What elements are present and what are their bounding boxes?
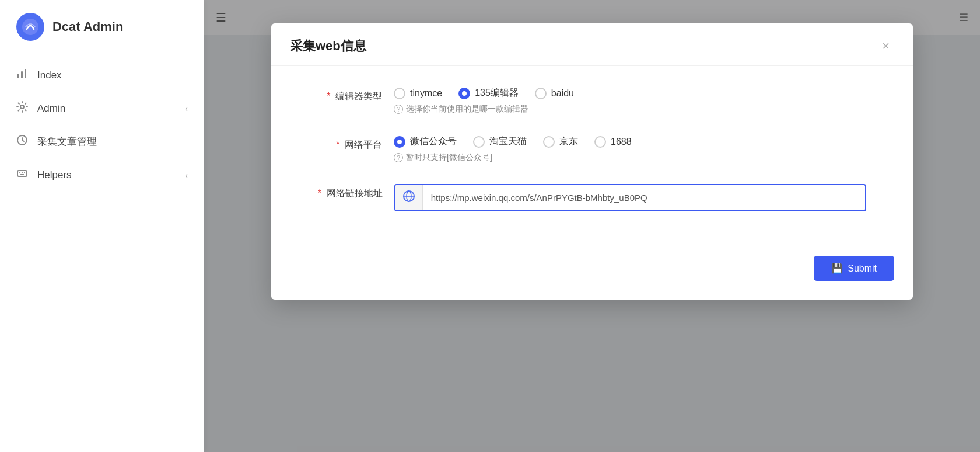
sidebar: Dcat Admin Index Admin ‹: [0, 0, 204, 452]
modal: 采集web信息 × * 编辑器类型 tinymce: [271, 23, 913, 300]
radio-taobao[interactable]: 淘宝天猫: [473, 135, 527, 148]
radio-1688[interactable]: 1688: [594, 136, 632, 148]
radio-label-weixin: 微信公众号: [410, 135, 457, 148]
radio-circle-taobao: [473, 136, 485, 148]
modal-body: * 编辑器类型 tinymce 135编辑器: [271, 66, 913, 256]
radio-label-baidu: baidu: [551, 88, 574, 99]
svg-rect-7: [19, 172, 20, 173]
modal-footer: 💾 Submit: [271, 256, 913, 300]
radio-circle-baidu: [535, 88, 547, 99]
modal-close-button[interactable]: ×: [877, 37, 894, 55]
radio-label-taobao: 淘宝天猫: [489, 135, 527, 148]
sidebar-item-article[interactable]: 采集文章管理: [0, 125, 204, 158]
radio-baidu[interactable]: baidu: [535, 88, 574, 99]
editor-type-control: tinymce 135编辑器 baidu: [394, 87, 866, 114]
editor-type-radio-group: tinymce 135编辑器 baidu: [394, 87, 866, 99]
platform-control: 微信公众号 淘宝天猫 京东: [394, 135, 866, 163]
radio-weixin[interactable]: 微信公众号: [394, 135, 457, 148]
radio-circle-1688: [594, 136, 606, 148]
logo-area: Dcat Admin: [0, 0, 204, 54]
sidebar-item-index[interactable]: Index: [0, 58, 204, 92]
svg-rect-3: [24, 69, 26, 78]
platform-row: * 网络平台 微信公众号 淘宝天猫: [318, 135, 866, 163]
modal-overlay: 采集web信息 × * 编辑器类型 tinymce: [204, 0, 980, 452]
svg-rect-10: [20, 174, 24, 175]
hint-icon-platform: ?: [394, 153, 403, 162]
sidebar-nav: Index Admin ‹ 采集文章管理: [0, 54, 204, 196]
url-label: * 网络链接地址: [318, 184, 394, 200]
sidebar-item-admin[interactable]: Admin ‹: [0, 92, 204, 125]
radio-135editor[interactable]: 135编辑器: [459, 87, 519, 99]
chevron-left-icon-helpers: ‹: [185, 171, 188, 180]
radio-circle-tinymce: [394, 88, 405, 99]
required-marker: *: [327, 91, 330, 101]
svg-rect-1: [18, 74, 19, 78]
sidebar-item-helpers-label: Helpers: [37, 169, 176, 181]
required-marker-url: *: [318, 188, 321, 198]
radio-circle-jingdong: [543, 136, 555, 148]
chart-icon: [16, 68, 28, 82]
clock-icon: [16, 134, 28, 149]
required-marker-platform: *: [336, 140, 340, 149]
sidebar-item-index-label: Index: [37, 69, 188, 81]
radio-circle-weixin: [394, 136, 405, 148]
radio-tinymce[interactable]: tinymce: [394, 88, 442, 99]
svg-point-0: [22, 19, 38, 35]
sidebar-item-article-label: 采集文章管理: [37, 135, 188, 148]
keyboard-icon: [16, 168, 28, 182]
radio-label-tinymce: tinymce: [410, 88, 442, 99]
url-input-wrapper: [394, 184, 866, 211]
browser-icon: [396, 185, 423, 210]
app-name: Dcat Admin: [52, 19, 123, 34]
radio-circle-135editor: [459, 88, 470, 99]
url-control: [394, 184, 866, 211]
svg-rect-8: [22, 172, 23, 173]
url-input[interactable]: [423, 187, 865, 208]
svg-rect-9: [24, 172, 25, 173]
platform-radio-group: 微信公众号 淘宝天猫 京东: [394, 135, 866, 148]
submit-label: Submit: [848, 263, 877, 274]
logo-icon: [16, 13, 44, 41]
radio-label-1688: 1688: [611, 137, 632, 147]
radio-label-135editor: 135编辑器: [475, 87, 519, 99]
main-content: ☰ ☰ 采集web信息 × * 编辑器类型: [204, 0, 980, 452]
svg-point-4: [20, 105, 24, 109]
sidebar-item-helpers[interactable]: Helpers ‹: [0, 158, 204, 192]
hint-icon-editor: ?: [394, 105, 403, 114]
url-row: * 网络链接地址: [318, 184, 866, 211]
platform-label: * 网络平台: [318, 135, 394, 151]
chevron-left-icon: ‹: [185, 104, 188, 113]
gear-icon: [16, 101, 28, 116]
modal-title: 采集web信息: [290, 37, 366, 55]
submit-button[interactable]: 💾 Submit: [814, 256, 894, 281]
svg-rect-2: [21, 71, 23, 78]
sidebar-item-admin-label: Admin: [37, 103, 176, 114]
platform-hint: ? 暂时只支持[微信公众号]: [394, 152, 866, 163]
radio-label-jingdong: 京东: [559, 135, 578, 148]
editor-type-label: * 编辑器类型: [318, 87, 394, 103]
modal-header: 采集web信息 ×: [271, 23, 913, 66]
editor-type-hint: ? 选择你当前使用的是哪一款编辑器: [394, 104, 866, 114]
radio-jingdong[interactable]: 京东: [543, 135, 578, 148]
editor-type-row: * 编辑器类型 tinymce 135编辑器: [318, 87, 866, 114]
submit-icon: 💾: [831, 263, 843, 274]
